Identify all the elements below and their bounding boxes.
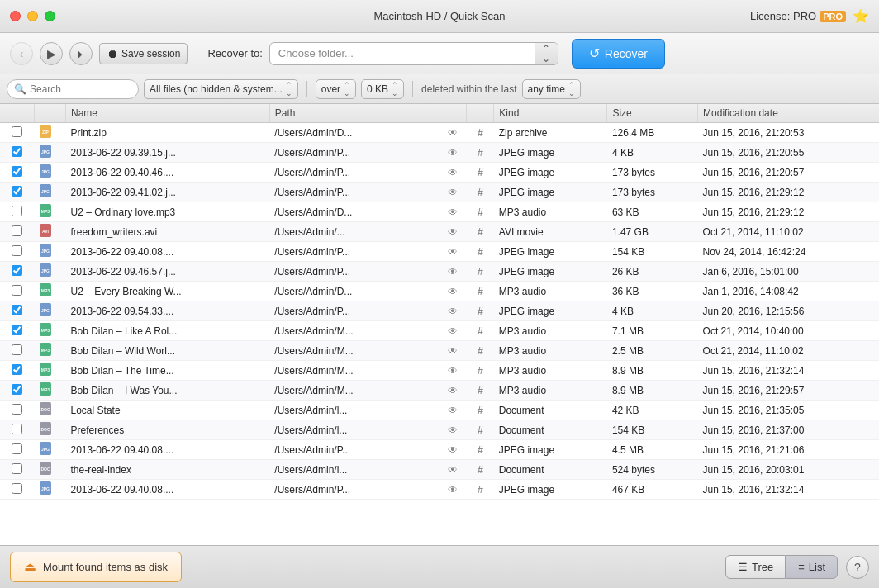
hash-icon[interactable]: # [478,404,483,416]
search-box[interactable]: 🔍 [7,79,139,99]
row-preview-cell[interactable]: 👁 [440,420,467,440]
table-row[interactable]: DOC Local State /Users/Admin/l... 👁 # Do… [0,401,879,420]
header-path[interactable]: Path [269,104,440,123]
table-row[interactable]: MP3 Bob Dilan – I Was You... /Users/Admi… [0,381,879,401]
row-checkbox[interactable] [12,166,22,177]
row-preview-cell[interactable]: 👁 [440,361,467,381]
row-preview-cell[interactable]: 👁 [440,401,467,420]
row-checkbox[interactable] [12,245,22,256]
table-row[interactable]: MP3 Bob Dilan – Wild Worl... /Users/Admi… [0,341,879,361]
row-hash-cell[interactable]: # [467,163,494,183]
preview-icon[interactable]: 👁 [448,365,458,377]
table-row[interactable]: JPG 2013-06-22 09.41.02.j... /Users/Admi… [0,183,879,202]
row-checkbox[interactable] [12,305,22,315]
row-preview-cell[interactable]: 👁 [440,202,467,222]
table-row[interactable]: JPG 2013-06-22 09.40.08.... /Users/Admin… [0,242,879,262]
forward-button[interactable]: ⏵ [69,42,93,65]
hash-icon[interactable]: # [478,305,483,317]
preview-icon[interactable]: 👁 [448,246,458,258]
hash-icon[interactable]: # [478,245,483,258]
row-preview-cell[interactable]: 👁 [440,183,467,202]
table-row[interactable]: AVI freedom_writers.avi /Users/Admin/...… [0,222,879,242]
preview-icon[interactable]: 👁 [448,266,458,277]
table-row[interactable]: JPG 2013-06-22 09.40.46.... /Users/Admin… [0,163,879,183]
row-preview-cell[interactable]: 👁 [440,460,467,480]
mount-button[interactable]: ⏏ Mount found items as disk [10,552,182,582]
table-row[interactable]: JPG 2013-06-22 09.54.33.... /Users/Admin… [0,301,879,321]
folder-selector[interactable]: Choose folder... ⌃⌄ [269,42,558,65]
row-preview-cell[interactable]: 👁 [440,381,467,401]
hash-icon[interactable]: # [478,463,483,476]
folder-arrow[interactable]: ⌃⌄ [535,42,558,65]
header-name[interactable]: Name [66,104,270,123]
row-preview-cell[interactable]: 👁 [440,163,467,183]
hash-icon[interactable]: # [478,285,483,297]
hash-icon[interactable]: # [478,344,483,357]
row-preview-cell[interactable]: 👁 [440,321,467,341]
row-hash-cell[interactable]: # [467,381,494,401]
header-size[interactable]: Size [607,104,698,123]
row-checkbox[interactable] [12,285,22,296]
row-hash-cell[interactable]: # [467,222,494,242]
preview-icon[interactable]: 👁 [448,345,458,357]
row-checkbox[interactable] [12,265,22,276]
row-checkbox[interactable] [12,483,22,494]
row-checkbox[interactable] [12,225,22,236]
file-filter-select[interactable]: All files (no hidden & system... ⌃⌄ [144,79,298,99]
row-checkbox[interactable] [12,206,22,216]
hash-icon[interactable]: # [478,225,483,238]
table-row[interactable]: MP3 Bob Dilan – The Time... /Users/Admin… [0,361,879,381]
hash-icon[interactable]: # [478,126,483,139]
row-hash-cell[interactable]: # [467,242,494,262]
minimize-button[interactable] [27,11,38,21]
hash-icon[interactable]: # [478,146,483,159]
row-preview-cell[interactable]: 👁 [440,123,467,143]
table-row[interactable]: JPG 2013-06-22 09.40.08.... /Users/Admin… [0,480,879,500]
row-preview-cell[interactable]: 👁 [440,222,467,242]
preview-icon[interactable]: 👁 [448,306,458,317]
hash-icon[interactable]: # [478,384,483,396]
help-button[interactable]: ? [846,556,869,579]
row-checkbox[interactable] [12,186,22,197]
row-hash-cell[interactable]: # [467,480,494,500]
row-preview-cell[interactable]: 👁 [440,480,467,500]
row-checkbox[interactable] [12,344,22,355]
hash-icon[interactable]: # [478,424,483,436]
table-row[interactable]: MP3 Bob Dilan – Like A Rol... /Users/Adm… [0,321,879,341]
preview-icon[interactable]: 👁 [448,385,458,396]
row-preview-cell[interactable]: 👁 [440,143,467,163]
row-hash-cell[interactable]: # [467,282,494,301]
table-row[interactable]: MP3 U2 – Every Breaking W... /Users/Admi… [0,282,879,301]
row-checkbox[interactable] [12,325,22,335]
header-kind[interactable]: Kind [494,104,607,123]
preview-icon[interactable]: 👁 [448,167,458,178]
row-checkbox[interactable] [12,443,22,454]
hash-icon[interactable]: # [478,443,483,456]
row-checkbox[interactable] [12,146,22,157]
preview-icon[interactable]: 👁 [448,147,458,159]
row-checkbox[interactable] [12,404,22,415]
preview-icon[interactable]: 👁 [448,187,458,198]
row-hash-cell[interactable]: # [467,183,494,202]
date-filter-select[interactable]: any time ⌃⌄ [522,79,581,99]
row-hash-cell[interactable]: # [467,143,494,163]
back-button[interactable]: ‹ [10,42,33,65]
table-row[interactable]: JPG 2013-06-22 09.46.57.j... /Users/Admi… [0,262,879,282]
row-preview-cell[interactable]: 👁 [440,282,467,301]
hash-icon[interactable]: # [478,166,483,178]
table-row[interactable]: DOC Preferences /Users/Admin/l... 👁 # Do… [0,420,879,440]
table-row[interactable]: JPG 2013-06-22 09.39.15.j... /Users/Admi… [0,143,879,163]
row-hash-cell[interactable]: # [467,401,494,420]
row-hash-cell[interactable]: # [467,341,494,361]
hash-icon[interactable]: # [478,325,483,337]
hash-icon[interactable]: # [478,206,483,218]
table-row[interactable]: JPG 2013-06-22 09.40.08.... /Users/Admin… [0,440,879,460]
preview-icon[interactable]: 👁 [448,286,458,297]
tree-view-button[interactable]: ☰ Tree [725,555,786,579]
preview-icon[interactable]: 👁 [448,424,458,436]
close-button[interactable] [10,11,21,21]
preview-icon[interactable]: 👁 [448,484,458,496]
size-value-select[interactable]: 0 KB ⌃⌄ [361,79,404,99]
table-row[interactable]: MP3 U2 – Ordinary love.mp3 /Users/Admin/… [0,202,879,222]
list-view-button[interactable]: ≡ List [786,555,838,579]
